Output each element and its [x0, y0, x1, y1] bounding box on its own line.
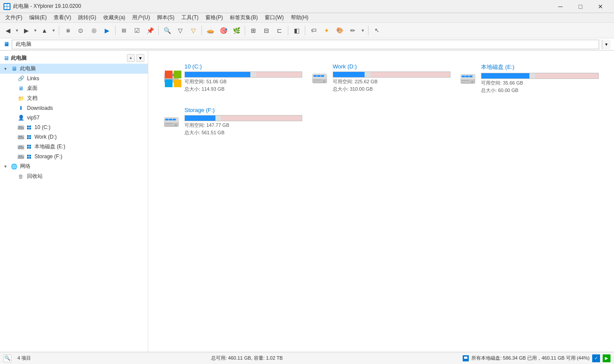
- menu-item[interactable]: 工具(T): [178, 13, 202, 22]
- sidebar-item-this-pc[interactable]: ▼ 🖥 此电脑: [0, 64, 148, 74]
- paint-button[interactable]: 🎨: [334, 24, 346, 37]
- drive-info: Work (D:) 可用空间: 225.62 GB 总大小: 310.00 GB: [333, 63, 450, 92]
- target-button[interactable]: 🎯: [217, 24, 229, 37]
- svg-rect-58: [164, 126, 178, 126]
- svg-rect-56: [173, 119, 176, 120]
- forward-arrow[interactable]: ▼: [32, 24, 38, 37]
- tag-button[interactable]: 🏷: [307, 24, 320, 37]
- back-arrow[interactable]: ▼: [14, 24, 20, 37]
- sidebar-item-downloads[interactable]: ▶ ⬇ Downloads: [0, 103, 148, 113]
- sidebar-item-vip57[interactable]: ▶ 👤 vip57: [0, 113, 148, 122]
- search-button[interactable]: 🔍: [161, 24, 173, 37]
- drive-stats: 可用空间: 35.66 GB: [481, 80, 599, 86]
- docs-icon: 📁: [17, 95, 24, 102]
- sidebar-header-title: 此电脑: [11, 54, 125, 62]
- sidebar-item-d-drive[interactable]: ▶ Work (D:): [0, 132, 148, 142]
- computer-button[interactable]: 🖥: [61, 24, 74, 37]
- sidebar-add-button[interactable]: +: [127, 54, 135, 62]
- sep3: [158, 26, 159, 35]
- filter2-button[interactable]: ▽: [187, 24, 199, 37]
- grid-button[interactable]: ⊞: [247, 24, 259, 37]
- grid2-button[interactable]: ⊟: [260, 24, 273, 37]
- drive-icon: [311, 70, 328, 86]
- drive-small-icon: [17, 124, 24, 131]
- svg-rect-55: [169, 119, 172, 120]
- sidebar-item-recycle[interactable]: ▶ 🗑 回收站: [0, 171, 148, 181]
- list-button[interactable]: ▤: [118, 24, 130, 37]
- pencil-button[interactable]: ✏: [347, 24, 359, 37]
- home-button[interactable]: ⊙: [75, 24, 87, 37]
- svg-rect-33: [174, 71, 181, 78]
- play-button[interactable]: ▶: [101, 24, 113, 37]
- address-text: 此电脑: [12, 40, 599, 49]
- sidebar-item-c-drive[interactable]: ▶ 10 (C:): [0, 122, 148, 132]
- maximize-button[interactable]: □: [570, 0, 590, 13]
- drive-total-stats: 总大小: 114.93 GB: [184, 86, 302, 92]
- drive-grid-icon: [27, 135, 31, 139]
- sidebar-item-e-drive[interactable]: ▶ 本地磁盘 (E:): [0, 142, 148, 152]
- minimize-button[interactable]: ─: [550, 0, 570, 13]
- back-button[interactable]: ◀: [2, 24, 14, 37]
- sync-button[interactable]: ◎: [88, 24, 100, 37]
- up-button[interactable]: ▲: [38, 24, 51, 37]
- sidebar-item-label: Links: [27, 75, 39, 82]
- status-search-button[interactable]: 🔍: [3, 354, 11, 362]
- sidebar-item-f-drive[interactable]: ▶ Storage (F:): [0, 152, 148, 161]
- svg-rect-2: [4, 7, 7, 9]
- status-right: 所有本地磁盘: 586.34 GB 已用，460.11 GB 可用 (44%) …: [463, 354, 611, 362]
- drive-info: 10 (C:) 可用空间: 51.06 GB 总大小: 114.93 GB: [184, 63, 302, 92]
- pin-button[interactable]: 📌: [144, 24, 156, 37]
- drive-card-c[interactable]: 10 (C:) 可用空间: 51.06 GB 总大小: 114.93 GB: [155, 58, 304, 101]
- sidebar-item-links[interactable]: ▶ 🔗 Links: [0, 74, 148, 83]
- address-dropdown-button[interactable]: ▼: [602, 40, 611, 49]
- menu-item[interactable]: 帮助(H): [287, 13, 312, 22]
- status-center: 总可用: 460.11 GB, 容量: 1.02 TB: [38, 355, 456, 361]
- menu-item[interactable]: 编辑(E): [26, 13, 50, 22]
- menu-item[interactable]: 窗格(P): [202, 13, 226, 22]
- svg-rect-7: [20, 126, 22, 127]
- content-area: 10 (C:) 可用空间: 51.06 GB 总大小: 114.93 GB: [148, 51, 614, 352]
- sidebar-item-network[interactable]: ▼ 🌐 网络: [0, 161, 148, 171]
- menu-item[interactable]: 收藏夹(a): [100, 13, 129, 22]
- drive-card-d[interactable]: Work (D:) 可用空间: 225.62 GB 总大小: 310.00 GB: [304, 58, 452, 101]
- menu-item[interactable]: 窗口(W): [261, 13, 287, 22]
- status-green-button[interactable]: ▶: [603, 354, 611, 362]
- panel-button[interactable]: ◧: [290, 24, 303, 37]
- forward-button[interactable]: ▶: [20, 24, 32, 37]
- up-arrow[interactable]: ▼: [51, 24, 57, 37]
- menu-item[interactable]: 文件(F): [2, 13, 26, 22]
- pie-button[interactable]: 🥧: [204, 24, 216, 37]
- drive-card-f[interactable]: Storage (F:) 可用空间: 147.77 GB 总大小: 561.51…: [155, 101, 304, 143]
- check-button[interactable]: ☑: [131, 24, 143, 37]
- title-bar: 此电脑 - XYplorer 19.10.0200 ─ □ ✕: [0, 0, 614, 13]
- star-button[interactable]: ✦: [321, 24, 333, 37]
- sidebar-item-desktop[interactable]: ▶ 🖥 桌面: [0, 83, 148, 93]
- close-button[interactable]: ✕: [590, 0, 611, 13]
- sidebar-header: 🖥 此电脑 + ▼: [0, 52, 148, 64]
- drive-stats: 可用空间: 225.62 GB: [333, 78, 450, 85]
- cursor-button[interactable]: ↖: [371, 24, 383, 37]
- filter-button[interactable]: ▽: [174, 24, 186, 37]
- status-ok-button[interactable]: ✓: [592, 354, 600, 362]
- menu-item[interactable]: 用户(U): [129, 13, 154, 22]
- drive-bar: [481, 73, 599, 79]
- sidebar-item-documents[interactable]: ▶ 📁 文档: [0, 93, 148, 103]
- menu-item[interactable]: 跳转(G): [75, 13, 99, 22]
- menu-item[interactable]: 标签页集(B): [226, 13, 261, 22]
- drive-card-e[interactable]: 本地磁盘 (E:) 可用空间: 35.66 GB 总大小: 60.00 GB: [452, 58, 600, 101]
- drive-stats: 可用空间: 147.77 GB: [184, 122, 302, 129]
- sidebar-item-label: Storage (F:): [34, 153, 62, 160]
- drive-bar-used: [185, 116, 215, 121]
- drive-icon-wrapper: [163, 113, 180, 130]
- branch-button[interactable]: 🌿: [230, 24, 242, 37]
- drive-name: 10 (C:): [184, 63, 302, 70]
- pencil-arrow[interactable]: ▼: [360, 24, 366, 37]
- sidebar-item-label: 此电脑: [20, 65, 36, 72]
- svg-rect-0: [4, 4, 7, 7]
- menu-item[interactable]: 查看(V): [50, 13, 75, 22]
- split-button[interactable]: ⊏: [273, 24, 286, 37]
- sidebar-drop-button[interactable]: ▼: [136, 54, 144, 62]
- menu-item[interactable]: 脚本(S): [154, 13, 178, 22]
- drive-bar-free: [221, 116, 302, 121]
- total-label: 总大小:: [184, 86, 201, 92]
